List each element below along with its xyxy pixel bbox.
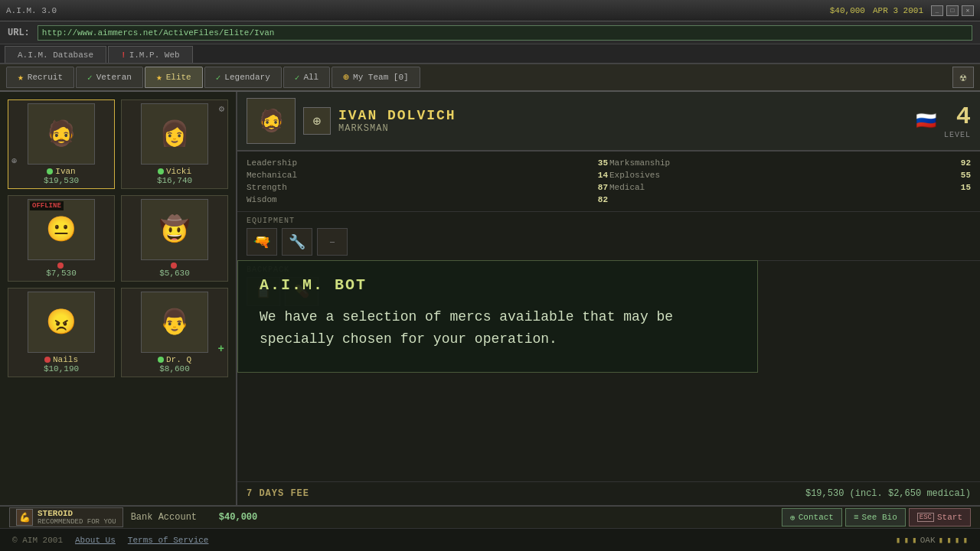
- terms-of-service-link[interactable]: Terms of Service: [128, 536, 209, 545]
- hat-avatar: 🤠: [141, 199, 208, 260]
- wisdom-value: 82: [598, 195, 608, 204]
- start-esc-label: ESC: [917, 513, 934, 522]
- tab-imp-web[interactable]: ! I.M.P. Web: [108, 46, 193, 63]
- stat-mechanical: Mechanical 14: [247, 170, 608, 181]
- fee-value: $19,530 (incl. $2,650 medical): [805, 488, 971, 499]
- tab-veteran-label: Veteran: [96, 73, 132, 82]
- nails-price: $10,190: [44, 364, 79, 373]
- marksmanship-value: 92: [961, 158, 971, 168]
- merc-card-offline[interactable]: 😐 OFFLINE $7,530: [8, 195, 115, 282]
- title-bar-icon: A.I.M. 3.0: [6, 6, 57, 15]
- merc-card-hat[interactable]: 🤠 $5,630: [121, 195, 228, 282]
- merc-flag-icon: 🇷🇺: [916, 111, 936, 132]
- offline-avatar: 😐 OFFLINE: [28, 199, 95, 260]
- bottom-left: 💪 STEROID RECOMMENDED FOR YOU Bank Accou…: [9, 507, 257, 527]
- settings-icon: ⚙: [219, 103, 224, 115]
- merc-list-panel: 🧔 ⊕ Ivan $19,530 👩 ⚙: [0, 92, 237, 505]
- url-input[interactable]: [38, 25, 972, 41]
- tab-veteran[interactable]: ✓ Veteran: [76, 67, 143, 88]
- explosives-label: Explosives: [609, 171, 660, 180]
- content-area: 🧔 ⊕ Ivan $19,530 👩 ⚙: [0, 92, 980, 505]
- see-bio-button[interactable]: ≡ See Bio: [845, 508, 906, 527]
- recruit-icon: ★: [18, 71, 24, 83]
- merc-grid: 🧔 ⊕ Ivan $19,530 👩 ⚙: [8, 99, 228, 377]
- ivan-status-dot: [47, 168, 53, 174]
- stats-grid: Leadership 35 Marksmanship 92 Mechanical…: [237, 152, 980, 211]
- crosshair-icon: ⊕: [11, 155, 17, 167]
- nails-status-dot: [44, 357, 51, 363]
- vicki-price: $16,740: [157, 176, 192, 185]
- bank-amount: $40,000: [219, 512, 257, 523]
- vicki-face: 👩: [142, 104, 207, 164]
- location-dot-2: ▮: [903, 535, 909, 545]
- bank-info: Bank Account $40,000: [131, 512, 258, 523]
- merc-level-block: 4 LEVEL: [944, 103, 971, 139]
- merc-card-nails[interactable]: 😠 Nails $10,190: [8, 288, 115, 377]
- bottom-bar: 💪 STEROID RECOMMENDED FOR YOU Bank Accou…: [0, 505, 980, 528]
- aim-db-tab-label: A.I.M. Database: [18, 51, 93, 60]
- equip-slot-2[interactable]: 🔧: [282, 228, 312, 256]
- url-bar: URL:: [0, 21, 980, 44]
- strength-label: Strength: [247, 183, 287, 192]
- merc-card-ivan[interactable]: 🧔 ⊕ Ivan $19,530: [8, 99, 115, 189]
- stat-medical: Medical 15: [609, 182, 971, 193]
- tab-aim-database[interactable]: A.I.M. Database: [5, 46, 106, 63]
- hazmat-icon: ☢: [960, 71, 966, 84]
- location-dot-5: ▮: [946, 535, 952, 545]
- tab-elite[interactable]: ★ Elite: [145, 67, 203, 88]
- vicki-avatar: 👩: [141, 103, 208, 165]
- footer-links: © AIM 2001 About Us Terms of Service: [12, 536, 208, 545]
- location-dot-4: ▮: [939, 535, 944, 545]
- bottom-right: ⊕ Contact ≡ See Bio ESC Start: [782, 508, 971, 527]
- footer-location: ▮ ▮ ▮ OAK ▮ ▮ ▮ ▮: [896, 535, 968, 545]
- date-display: APR 3 2001: [873, 6, 923, 15]
- tab-recruit[interactable]: ★ Recruit: [6, 67, 74, 88]
- bank-label: Bank Account: [131, 512, 197, 523]
- steroid-info: STEROID RECOMMENDED FOR YOU: [38, 509, 116, 526]
- merc-card-drq[interactable]: 👨 + Dr. Q $8,600: [121, 288, 228, 377]
- imp-web-tab-label: I.M.P. Web: [129, 51, 180, 60]
- equip-slot-1[interactable]: 🔫: [247, 228, 277, 256]
- hat-price: $5,630: [159, 269, 190, 278]
- steroid-sub-label: RECOMMENDED FOR YOU: [38, 518, 116, 526]
- legendary-icon: ✓: [216, 73, 221, 83]
- stat-wisdom: Wisdom 82: [247, 194, 608, 205]
- strength-value: 87: [598, 183, 608, 192]
- tab-my-team-label: My Team [0]: [353, 73, 409, 82]
- marksmanship-label: Marksmanship: [609, 158, 670, 168]
- minimize-button[interactable]: _: [931, 5, 943, 16]
- aim-bot-overlay: A.I.M. BOT We have a selection of mercs …: [237, 260, 758, 373]
- medical-label: Medical: [609, 183, 645, 192]
- maximize-button[interactable]: □: [946, 5, 959, 16]
- merc-detail-portrait: 🧔: [247, 98, 296, 144]
- tab-legendary[interactable]: ✓ Legendary: [204, 67, 282, 88]
- ivan-avatar: 🧔: [28, 103, 95, 165]
- equip-slot-3[interactable]: —: [317, 228, 348, 256]
- tab-all[interactable]: ✓ All: [283, 67, 330, 88]
- about-us-link[interactable]: About Us: [75, 536, 116, 545]
- merc-detail-name: IVAN DOLVICH: [338, 108, 908, 123]
- offline-badge: OFFLINE: [30, 201, 64, 210]
- drq-name: Dr. Q: [158, 355, 191, 364]
- contact-button[interactable]: ⊕ Contact: [782, 508, 842, 527]
- hazmat-button[interactable]: ☢: [952, 67, 974, 88]
- steroid-avatar: 💪: [16, 509, 33, 526]
- drq-avatar: 👨: [141, 292, 208, 353]
- tab-my-team[interactable]: ⊕ My Team [0]: [332, 67, 420, 88]
- merc-name-block: IVAN DOLVICH MARKSMAN: [338, 108, 908, 134]
- offline-name: [57, 262, 66, 269]
- close-button[interactable]: ✕: [962, 5, 974, 16]
- merc-card-vicki[interactable]: 👩 ⚙ Vicki $16,740: [121, 99, 228, 189]
- offline-price: $7,530: [46, 269, 77, 278]
- tab-elite-label: Elite: [166, 73, 191, 82]
- location-dot-6: ▮: [955, 535, 960, 545]
- nails-avatar: 😠: [28, 292, 95, 353]
- start-button[interactable]: ESC Start: [909, 508, 971, 527]
- location-dot-3: ▮: [912, 535, 917, 545]
- steroid-recommendation[interactable]: 💪 STEROID RECOMMENDED FOR YOU: [9, 507, 123, 527]
- veteran-icon: ✓: [87, 73, 93, 83]
- stat-explosives: Explosives 55: [609, 170, 971, 181]
- explosives-value: 55: [961, 171, 971, 180]
- tab-all-label: All: [303, 73, 318, 82]
- nails-face: 😠: [28, 292, 94, 352]
